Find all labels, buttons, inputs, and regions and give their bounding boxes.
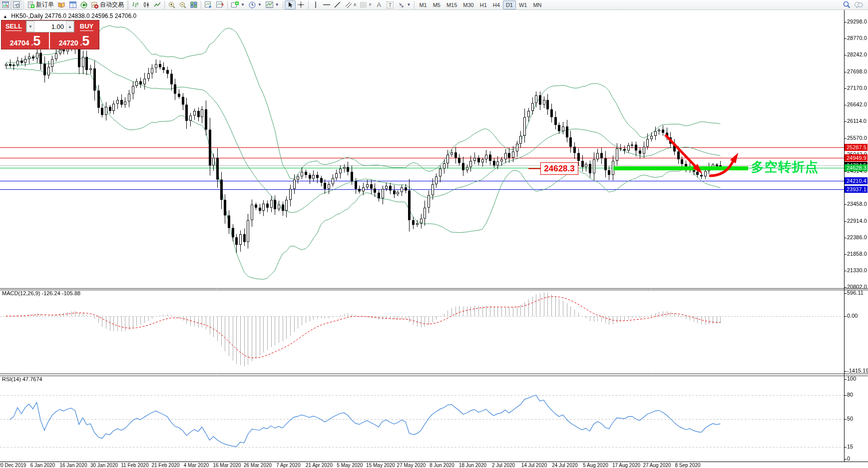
rsi-axis-label: 15 bbox=[847, 444, 853, 450]
date-label: 30 Jan 2020 bbox=[90, 463, 118, 468]
data-window-button[interactable] bbox=[67, 0, 78, 9]
toolbar-grip bbox=[127, 1, 129, 9]
price-tick: 22914.0 bbox=[847, 218, 867, 224]
autotrade-label: 自动交易 bbox=[100, 0, 124, 9]
template-dropdown[interactable]: ▼ bbox=[264, 0, 281, 9]
chart-shift-button[interactable] bbox=[214, 0, 226, 9]
toolbar-separator bbox=[227, 1, 228, 9]
rsi-axis-label: 80 bbox=[847, 392, 853, 398]
timeframe-h1[interactable]: H1 bbox=[477, 0, 490, 9]
date-label: 4 Mar 2020 bbox=[184, 463, 209, 468]
zoom-in-button[interactable] bbox=[166, 0, 177, 9]
buy-button[interactable]: BUY bbox=[74, 20, 99, 32]
volume-input[interactable] bbox=[34, 21, 66, 32]
autotrade-button[interactable]: 自动交易 bbox=[89, 0, 126, 9]
volume-down-button[interactable]: ▼ bbox=[26, 21, 34, 32]
volume-up-button[interactable]: ▲ bbox=[66, 21, 74, 32]
equidistant-channel-tool[interactable]: E bbox=[343, 0, 359, 9]
date-label: 11 Feb 2020 bbox=[121, 463, 148, 468]
sell-price[interactable]: 24704 .5 bbox=[1, 32, 50, 49]
auto-scroll-button[interactable] bbox=[203, 0, 214, 9]
price-tick: 20802.0 bbox=[847, 284, 867, 290]
date-label: 26 Mar 2020 bbox=[244, 463, 272, 468]
chat-icon[interactable] bbox=[853, 0, 865, 9]
bar-chart-type-button[interactable] bbox=[130, 0, 141, 9]
candlestick-type-button[interactable] bbox=[141, 0, 152, 9]
timeframe-d1[interactable]: D1 bbox=[503, 0, 516, 9]
timeframe-mn[interactable]: MN bbox=[530, 0, 544, 9]
trading-platform-window: 新订单 自动交易 ▼ ▼ ▼ E F A T ▼ bbox=[0, 0, 868, 468]
buy-price[interactable]: 24720 .5 bbox=[50, 32, 98, 49]
fibonacci-tool[interactable]: F bbox=[358, 0, 373, 9]
rsi-label: RSI(14) 47.7674 bbox=[2, 376, 42, 382]
toolbar-separator bbox=[414, 1, 415, 9]
market-watch-button[interactable] bbox=[56, 0, 67, 9]
sell-price-main: 24704 . bbox=[10, 38, 33, 48]
chart-window-button[interactable] bbox=[0, 0, 11, 9]
sell-button[interactable]: SELL bbox=[1, 20, 26, 32]
text-tool[interactable]: A bbox=[374, 0, 385, 9]
macd-label: MACD(12,26,9) -126.24 -105.88 bbox=[2, 290, 80, 296]
toolbar-separator bbox=[23, 1, 24, 9]
trendline-tool[interactable] bbox=[332, 0, 343, 9]
price-badge: 24949.9 bbox=[845, 154, 868, 161]
date-label: 21 Feb 2020 bbox=[151, 463, 179, 468]
macd-axis-label: 0.00 bbox=[847, 313, 858, 319]
zoom-out-button[interactable] bbox=[177, 0, 188, 9]
line-chart-type-button[interactable] bbox=[152, 0, 163, 9]
symbol-expand-icon[interactable]: ▲ bbox=[3, 14, 7, 19]
fibo-tag: F bbox=[369, 3, 371, 6]
toolbar-separator bbox=[164, 1, 165, 9]
macd-axis-label: -1415.19 bbox=[847, 368, 868, 374]
buy-price-frac: 5 bbox=[82, 34, 89, 48]
label-tag: T bbox=[387, 1, 394, 8]
volume-control: ▼ ▲ bbox=[26, 20, 74, 32]
timeframe-m1[interactable]: M1 bbox=[416, 0, 430, 9]
price-badge: 25287.5 bbox=[845, 144, 868, 151]
timeframe-m15[interactable]: M15 bbox=[443, 0, 460, 9]
date-label: 7 Apr 2020 bbox=[276, 463, 300, 468]
date-label: 20 Dec 2019 bbox=[0, 463, 26, 468]
date-label: 5 May 2020 bbox=[337, 463, 363, 468]
text-label-tool[interactable]: T bbox=[385, 0, 396, 9]
timeframe-w1[interactable]: W1 bbox=[516, 0, 530, 9]
price-tick: 29298.0 bbox=[847, 18, 867, 24]
date-label: 18 Jun 2020 bbox=[459, 463, 486, 468]
toolbar-separator bbox=[201, 1, 201, 9]
price-tick: 23458.0 bbox=[847, 201, 867, 207]
price-flag-annotation[interactable]: 24628.3 bbox=[540, 162, 578, 175]
ohlc-low: 24596.5 bbox=[91, 12, 113, 19]
price-tick: 21858.0 bbox=[847, 251, 867, 257]
arrows-tool-dropdown[interactable]: ▼ bbox=[396, 0, 413, 9]
timeframe-m5[interactable]: M5 bbox=[430, 0, 443, 9]
price-tick: 22386.0 bbox=[847, 234, 867, 240]
new-chart-dropdown[interactable]: ▼ bbox=[229, 0, 247, 9]
timeframe-m30[interactable]: M30 bbox=[460, 0, 476, 9]
price-tick: 28242.0 bbox=[847, 51, 867, 57]
price-tick: 27170.0 bbox=[847, 85, 867, 91]
toolbar-separator bbox=[308, 1, 309, 9]
turning-point-annotation[interactable]: 多空转折点 bbox=[751, 158, 819, 176]
horizontal-line-tool[interactable] bbox=[321, 0, 332, 9]
search-icon[interactable] bbox=[841, 0, 853, 9]
navigator-button[interactable] bbox=[78, 0, 89, 9]
price-tick: 28770.0 bbox=[847, 35, 867, 41]
rsi-axis-label: 100 bbox=[847, 376, 856, 382]
crosshair-tool-button[interactable] bbox=[296, 0, 307, 9]
ohlc-open: 24776.0 bbox=[45, 12, 66, 19]
tile-windows-button[interactable] bbox=[188, 0, 199, 9]
timeframe-h4[interactable]: H4 bbox=[490, 0, 503, 9]
period-dropdown[interactable]: ▼ bbox=[247, 0, 264, 9]
tick-chart-button[interactable] bbox=[11, 0, 22, 9]
date-label: 2 Jul 2020 bbox=[492, 463, 515, 468]
date-label: 14 Jul 2020 bbox=[521, 463, 547, 468]
vertical-line-tool[interactable] bbox=[310, 0, 321, 9]
chart-title: ▲ HK50-,Daily 24776.0 24838.0 24596.5 24… bbox=[3, 12, 136, 19]
chart-plot-area[interactable] bbox=[0, 0, 868, 468]
price-badge: 24628.3 bbox=[845, 164, 868, 171]
date-label: 17 Aug 2020 bbox=[612, 463, 640, 468]
price-badge: 24210.4 bbox=[845, 177, 868, 184]
new-order-button[interactable]: 新订单 bbox=[25, 0, 56, 9]
timeframe-group: M1M5M15M30H1H4D1W1MN bbox=[416, 0, 544, 9]
cursor-tool-button[interactable] bbox=[285, 0, 296, 9]
